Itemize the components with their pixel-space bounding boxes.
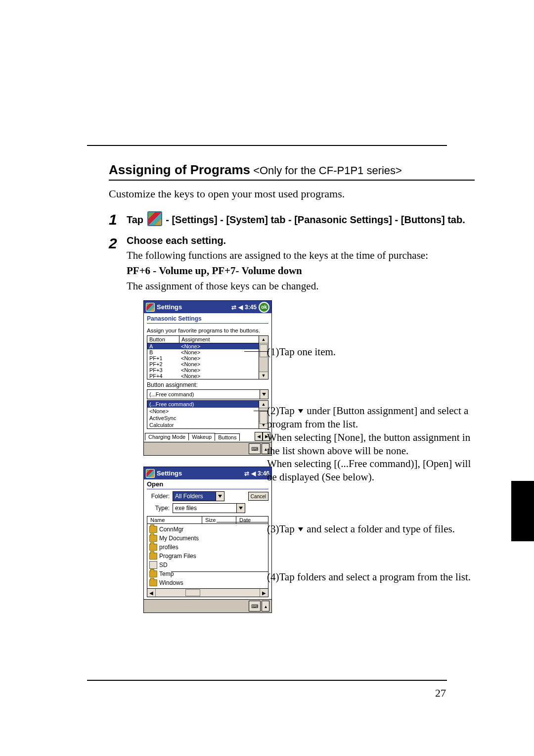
folder-label: Folder: (147, 493, 170, 500)
file-list[interactable]: ConnMgr My Documents profiles Program Fi… (147, 524, 268, 589)
assignment-list: (...Free command) <None> ActiveSync Calc… (147, 400, 268, 429)
list-item[interactable]: Windows (147, 578, 268, 587)
connectivity-icon: ⇄ (231, 304, 236, 311)
step-2-line1: The following functions are assigned to … (127, 249, 475, 262)
list-item[interactable]: <None> (147, 408, 259, 415)
step-2-line3: The assignment of those keys can be chan… (127, 280, 475, 292)
list-item[interactable]: profiles (147, 543, 268, 552)
connector-line (254, 411, 268, 411)
description: Assign your favorite programs to the but… (144, 326, 271, 335)
assignment-dropdown[interactable]: (...Free command) (147, 389, 268, 399)
table-row[interactable]: B<None> (147, 349, 259, 355)
list-item[interactable]: ConnMgr (147, 525, 268, 534)
folder-icon (149, 526, 157, 533)
folder-icon (149, 535, 157, 542)
folder-icon (149, 570, 157, 577)
list-item[interactable]: Calculator (147, 422, 259, 428)
list-item[interactable]: Temp (147, 569, 268, 578)
table-row[interactable]: PF+4<None> (147, 373, 259, 379)
subtitle: Panasonic Settings (144, 313, 271, 323)
horizontal-scrollbar[interactable]: ◀ ▶ (147, 589, 268, 597)
list-item[interactable]: My Documents (147, 534, 268, 543)
status-area: ⇄ ◀ 3:46 (244, 470, 269, 477)
folder-icon (149, 579, 157, 586)
step-1-text: Tap - [Settings] - [System] tab - [Panas… (127, 214, 465, 225)
type-combo[interactable]: exe files (173, 503, 245, 513)
list-item[interactable]: (...Free command) (147, 401, 259, 408)
page-number: 27 (435, 687, 446, 700)
chevron-down-icon (218, 495, 222, 498)
table-body[interactable]: A<None> B<None> PF+1<None> PF+2<None> PF… (147, 343, 259, 379)
list-item[interactable]: SD (147, 561, 268, 569)
dropdown-button[interactable] (216, 491, 224, 501)
folder-value: All Folders (173, 493, 205, 500)
callout-4: (4)Tap folders and select a program from… (267, 570, 482, 584)
intro-text: Customize the keys to open your most use… (109, 188, 475, 200)
folder-combo[interactable]: All Folders (173, 491, 224, 501)
speaker-icon: ◀ (238, 304, 243, 311)
tab-charging-mode[interactable]: Charging Mode (145, 433, 189, 440)
title-text: Settings (157, 303, 182, 311)
screenshot-open: Settings ⇄ ◀ 3:46 Open Folder: All F (143, 467, 272, 613)
tabs: Charging Mode Wakeup Buttons ◀ ▶ (145, 432, 270, 441)
button-assignment-label: Button assignment: (144, 379, 271, 389)
step-2-line2: PF+6 - Volume up, PF+7- Volume down (127, 265, 475, 277)
callouts: (1)Tap one item. (2)Tap under [Button as… (267, 298, 482, 584)
col-assignment[interactable]: Assignment (179, 335, 259, 343)
dropdown-arrow-icon (298, 409, 303, 413)
callout-2: (2)Tap under [Button assignment] and sel… (267, 404, 482, 484)
thumb-tab (511, 481, 534, 541)
tab-wakeup[interactable]: Wakeup (188, 433, 215, 440)
speaker-icon: ◀ (251, 470, 256, 477)
scroll-left-icon[interactable]: ◀ (147, 589, 156, 597)
callout-1: (1)Tap one item. (267, 345, 482, 359)
type-row: Type: exe files (147, 503, 268, 513)
header-rule (87, 145, 447, 146)
step-number: 2 (109, 235, 127, 252)
list-item[interactable]: ActiveSync (147, 415, 259, 422)
col-button[interactable]: Button (147, 335, 179, 343)
screenshot-settings: Settings ⇄ ◀ 3:45 ok Panasonic Settings … (143, 300, 272, 456)
dropdown-arrow-icon (298, 527, 303, 531)
input-panel-bar: ⌨ ▴ (144, 442, 271, 455)
scroll-right-icon[interactable]: ▶ (260, 589, 268, 597)
file-list-header: Name Size Date (147, 516, 268, 524)
dropdown-button[interactable] (237, 503, 245, 513)
table-row[interactable]: PF+2<None> (147, 361, 259, 367)
start-icon[interactable] (146, 469, 155, 478)
scroll-thumb[interactable] (260, 344, 267, 357)
keyboard-icon[interactable]: ⌨ (249, 443, 261, 454)
heading-rest: <Only for the CF-P1P1 series> (250, 164, 402, 177)
scroll-thumb[interactable] (260, 411, 267, 424)
table-header: Button Assignment (147, 335, 259, 343)
folder-icon (149, 553, 157, 560)
chevron-down-icon (262, 393, 266, 396)
section-heading: Assigning of Programs <Only for the CF-P… (109, 162, 475, 181)
status-area: ⇄ ◀ 3:45 ok (231, 302, 269, 313)
table-row[interactable]: PF+1<None> (147, 355, 259, 361)
button-table: Button Assignment A<None> B<None> PF+1<N… (147, 335, 268, 379)
table-row[interactable]: PF+3<None> (147, 367, 259, 373)
start-icon (147, 211, 162, 226)
table-row[interactable]: A<None> (147, 343, 259, 349)
titlebar: Settings ⇄ ◀ 3:45 ok (144, 301, 271, 313)
col-name[interactable]: Name (147, 517, 202, 523)
sip-arrow-icon[interactable]: ▴ (262, 601, 269, 612)
keyboard-icon[interactable]: ⌨ (249, 601, 261, 612)
list-item[interactable]: Program Files (147, 552, 268, 561)
folder-icon (149, 544, 157, 551)
heading-bold: Assigning of Programs (109, 162, 250, 177)
titlebar: Settings ⇄ ◀ 3:46 (144, 467, 271, 479)
divider (147, 323, 268, 324)
start-icon[interactable] (146, 303, 155, 312)
tab-buttons[interactable]: Buttons (215, 433, 240, 441)
connectivity-icon: ⇄ (244, 470, 249, 477)
step-number: 1 (109, 211, 127, 228)
chevron-down-icon (239, 507, 243, 510)
tab-scroll-left-icon[interactable]: ◀ (255, 432, 263, 441)
scroll-thumb[interactable] (185, 589, 200, 596)
step-1-before: Tap (127, 214, 146, 225)
cancel-button[interactable]: Cancel (248, 492, 268, 501)
step-1-after: - [Settings] - [System] tab - [Panasonic… (163, 214, 465, 225)
divider (147, 489, 268, 489)
